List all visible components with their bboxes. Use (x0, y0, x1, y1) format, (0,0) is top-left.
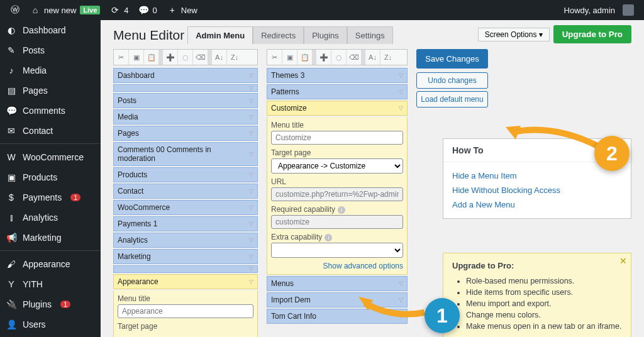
info-icon[interactable]: i (325, 234, 332, 241)
promo-item: Make menus open in a new tab or an ifram… (466, 321, 622, 332)
menu-item[interactable]: Payments 1▽ (113, 216, 258, 231)
new-content[interactable]: +New (162, 5, 203, 15)
menu-item[interactable]: Media▽ (113, 109, 258, 124)
customize-panel: Menu title Target pageAppearance -> Cust… (267, 117, 408, 275)
menu-label: Marketing (23, 233, 61, 243)
sidebar-item-posts[interactable]: ✎Posts (0, 40, 101, 60)
badge: 1 (60, 301, 70, 308)
menu-item[interactable]: Analytics▽ (113, 233, 258, 248)
sidebar-item-tools[interactable]: 🔧Tools (0, 334, 101, 337)
sidebar-item-media[interactable]: ♪Media (0, 60, 101, 80)
howto-link[interactable]: Hide Without Blocking Access (452, 183, 622, 197)
sidebar-item-pages[interactable]: ▤Pages (0, 80, 101, 101)
extra-cap-select[interactable] (271, 243, 403, 258)
menu-item[interactable]: Menus▽ (267, 276, 408, 291)
howto-link[interactable]: Add a New Menu (452, 197, 622, 212)
tab-settings[interactable]: Settings (347, 26, 393, 44)
howto-link[interactable]: Hide a Menu Item (452, 168, 622, 183)
screen-options-button[interactable]: Screen Options ▾ (478, 28, 550, 41)
sort-az-button[interactable]: A↓ (365, 50, 380, 65)
chevron-down-icon: ▽ (249, 266, 253, 272)
cut-button[interactable]: ✂ (267, 50, 282, 65)
menu-title-input[interactable] (118, 304, 253, 318)
menu-label: Users (23, 319, 46, 329)
paste-button[interactable]: 📋 (297, 50, 313, 65)
annotation-callout-1: 1 (425, 298, 460, 333)
chevron-down-icon: ▽ (249, 114, 253, 120)
menu-item-label: Marketing (118, 252, 151, 261)
chevron-down-icon: ▽ (249, 130, 253, 136)
copy-button[interactable]: ▣ (282, 50, 297, 65)
menu-item[interactable]: Appearance▽ (113, 274, 258, 289)
admin-sidebar: ◐Dashboard✎Posts♪Media▤Pages💬Comments✉Co… (0, 20, 101, 337)
howdy-label: Howdy, admin (564, 6, 615, 15)
save-button[interactable]: Save Changes (416, 49, 488, 69)
sort-za-button[interactable]: Z↓ (380, 50, 396, 65)
menu-item[interactable]: Pages▽ (113, 126, 258, 141)
sidebar-item-woocommerce[interactable]: WWooCommerce (0, 147, 101, 167)
sidebar-item-analytics[interactable]: ⫿Analytics (0, 207, 101, 228)
menu-item[interactable]: WooCommerce▽ (113, 200, 258, 215)
menu-item[interactable]: Comments 00 Comments in moderation▽ (113, 142, 258, 166)
promo-item: Role-based menu permissions. (466, 275, 622, 287)
chevron-down-icon: ▽ (249, 151, 253, 157)
info-icon[interactable]: i (338, 206, 345, 214)
menu-item[interactable]: Dashboard▽ (113, 68, 258, 83)
url-label: URL (271, 177, 403, 186)
tab-plugins[interactable]: Plugins (304, 26, 347, 44)
avatar-icon (623, 4, 634, 16)
annotation-arrow-2 (503, 121, 604, 160)
updates[interactable]: ⟳4 (105, 5, 133, 15)
sidebar-item-users[interactable]: 👤Users (0, 314, 101, 334)
menu-icon: ▤ (6, 86, 16, 96)
menu-icon: 🔌 (6, 299, 16, 309)
sort-za-button[interactable]: Z↓ (227, 50, 242, 65)
menu-item[interactable]: Products▽ (113, 167, 258, 182)
sidebar-item-comments[interactable]: 💬Comments (0, 101, 101, 121)
menu-item[interactable]: Posts▽ (113, 93, 258, 108)
load-default-button[interactable]: Load default menu (416, 91, 488, 108)
menu-item[interactable]: Themes 3▽ (267, 68, 408, 83)
delete-button[interactable]: ⌫ (193, 50, 208, 65)
hide-button[interactable]: ◌ (178, 50, 193, 65)
delete-button[interactable]: ⌫ (347, 50, 362, 65)
new-item-button[interactable]: ➕ (316, 50, 331, 65)
copy-button[interactable]: ▣ (129, 50, 144, 65)
chevron-down-icon: ▽ (399, 280, 403, 287)
menu-item[interactable]: Contact▽ (113, 184, 258, 199)
target-page-select[interactable]: Appearance -> Customize (271, 158, 403, 174)
cut-button[interactable]: ✂ (114, 50, 129, 65)
menu-item-label: Dashboard (118, 71, 155, 80)
tab-admin-menu[interactable]: Admin Menu (187, 26, 253, 45)
sort-az-button[interactable]: A↓ (212, 50, 227, 65)
undo-button[interactable]: Undo changes (416, 72, 488, 89)
sidebar-item-contact[interactable]: ✉Contact (0, 121, 101, 141)
sidebar-item-marketing[interactable]: 📢Marketing (0, 228, 101, 248)
sidebar-item-products[interactable]: ▣Products (0, 167, 101, 187)
menu-item[interactable]: ▽ (113, 265, 258, 273)
paste-button[interactable]: 📋 (144, 50, 159, 65)
sidebar-item-appearance[interactable]: 🖌Appearance (0, 254, 101, 274)
menu-title-input[interactable] (271, 131, 403, 145)
sidebar-item-payments[interactable]: $Payments1 (0, 187, 101, 207)
new-item-button[interactable]: ➕ (163, 50, 178, 65)
menu-item[interactable]: ▽ (113, 84, 258, 92)
my-account[interactable]: Howdy, admin (559, 4, 639, 16)
required-cap-label: Required capabilityi (271, 205, 403, 214)
tab-redirects[interactable]: Redirects (253, 26, 304, 44)
sidebar-item-plugins[interactable]: 🔌Plugins1 (0, 294, 101, 314)
menu-label: Pages (23, 86, 48, 96)
sidebar-item-yith[interactable]: YYITH (0, 274, 101, 294)
menu-item[interactable]: Marketing▽ (113, 249, 258, 264)
menu-item[interactable]: Customize▽ (267, 101, 408, 116)
menu-item[interactable]: Patterns▽ (267, 84, 408, 99)
howto-title: How To (452, 145, 484, 155)
hide-button[interactable]: ◌ (331, 50, 347, 65)
comments-bar[interactable]: 💬0 (134, 5, 162, 15)
show-advanced-link[interactable]: Show advanced options (271, 262, 403, 270)
wp-logo[interactable]: ⓦ (5, 5, 25, 15)
sidebar-item-dashboard[interactable]: ◐Dashboard (0, 20, 101, 40)
site-name[interactable]: ⌂new newLive (25, 5, 105, 15)
close-icon[interactable]: ✕ (619, 256, 627, 266)
upgrade-pro-button[interactable]: Upgrade to Pro (553, 25, 631, 43)
